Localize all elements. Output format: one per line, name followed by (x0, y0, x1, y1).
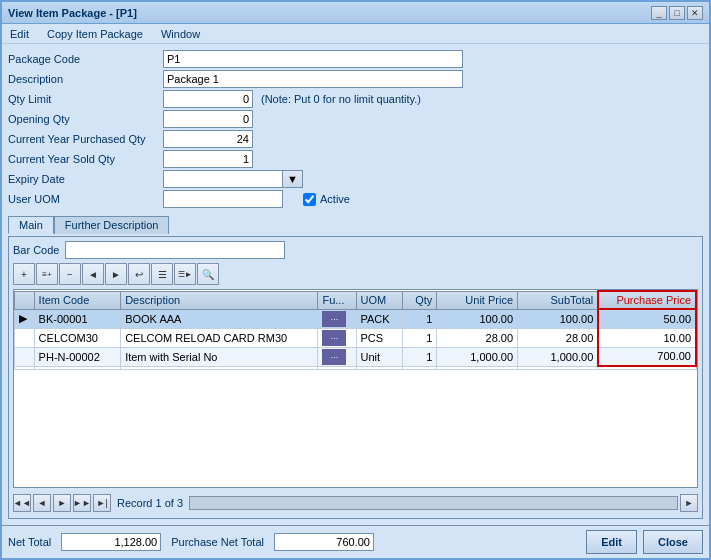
close-button[interactable]: ✕ (687, 6, 703, 20)
cell-item-code: BK-00001 (34, 309, 121, 328)
cell-qty: 1 (402, 309, 437, 328)
prev-button[interactable]: ◄ (82, 263, 104, 285)
row-indicator (15, 328, 35, 347)
menu-copy-item-package[interactable]: Copy Item Package (43, 27, 147, 41)
row-indicator: ▶ (15, 309, 35, 328)
current-year-purchased-input[interactable] (163, 130, 253, 148)
cell-uom: Unit (356, 347, 402, 366)
tabs-container: Main Further Description (8, 216, 703, 234)
grid-container[interactable]: Item Code Description Fu... UOM Qty Unit… (13, 289, 698, 488)
col-header-description[interactable]: Description (121, 291, 318, 309)
purchase-net-total-label: Purchase Net Total (171, 536, 264, 548)
cell-fu: ··· (318, 309, 356, 328)
window-title: View Item Package - [P1] (8, 7, 137, 19)
content-area: Package Code Description Qty Limit (Note… (2, 44, 709, 525)
horizontal-scrollbar[interactable] (189, 496, 678, 510)
nav-next-button[interactable]: ► (53, 494, 71, 512)
cell-description: BOOK AAA (121, 309, 318, 328)
expiry-date-label: Expiry Date (8, 173, 163, 185)
col-header-arrow (15, 291, 35, 309)
barcode-row: Bar Code (13, 241, 698, 259)
table-row[interactable]: ▶ BK-00001 BOOK AAA ··· PACK 1 100.00 10… (15, 309, 697, 328)
expiry-date-input[interactable] (163, 170, 283, 188)
cell-description: Item with Serial No (121, 347, 318, 366)
user-uom-label: User UOM (8, 193, 163, 205)
barcode-input[interactable] (65, 241, 285, 259)
current-year-sold-input[interactable] (163, 150, 253, 168)
expiry-date-picker-button[interactable]: ▼ (283, 170, 303, 188)
add-button[interactable]: + (13, 263, 35, 285)
fu-button[interactable]: ··· (322, 349, 346, 365)
grid-wrapper: Item Code Description Fu... UOM Qty Unit… (13, 289, 698, 514)
description-label: Description (8, 73, 163, 85)
minimize-button[interactable]: _ (651, 6, 667, 20)
undo-button[interactable]: ↩ (128, 263, 150, 285)
opening-qty-input[interactable] (163, 110, 253, 128)
title-buttons: _ □ ✕ (651, 6, 703, 20)
cell-unit-price: 1,000.00 (437, 347, 518, 366)
current-year-sold-row: Current Year Sold Qty (8, 150, 703, 168)
table-row[interactable]: PH-N-00002 Item with Serial No ··· Unit … (15, 347, 697, 366)
nav-first-button[interactable]: ◄◄ (13, 494, 31, 512)
close-button[interactable]: Close (643, 530, 703, 554)
cell-purchase-price: 700.00 (598, 347, 696, 366)
col-header-item-code[interactable]: Item Code (34, 291, 121, 309)
cell-qty: 1 (402, 328, 437, 347)
cell-uom: PCS (356, 328, 402, 347)
package-code-row: Package Code (8, 50, 703, 68)
cell-item-code: PH-N-00002 (34, 347, 121, 366)
qty-limit-label: Qty Limit (8, 93, 163, 105)
col-header-uom[interactable]: UOM (356, 291, 402, 309)
grid-body: ▶ BK-00001 BOOK AAA ··· PACK 1 100.00 10… (15, 309, 697, 370)
description-row: Description (8, 70, 703, 88)
next-button[interactable]: ► (105, 263, 127, 285)
cell-purchase-price: 10.00 (598, 328, 696, 347)
search-button[interactable]: 🔍 (197, 263, 219, 285)
cell-description: CELCOM RELOAD CARD RM30 (121, 328, 318, 347)
add-line-button[interactable]: ≡+ (36, 263, 58, 285)
list-button[interactable]: ☰ (151, 263, 173, 285)
description-input[interactable] (163, 70, 463, 88)
purchase-net-total-value (274, 533, 374, 551)
menu-bar: Edit Copy Item Package Window (2, 24, 709, 44)
edit-button[interactable]: Edit (586, 530, 637, 554)
col-header-subtotal[interactable]: SubTotal (518, 291, 599, 309)
active-checkbox[interactable] (303, 193, 316, 206)
barcode-label: Bar Code (13, 244, 59, 256)
cell-uom: PACK (356, 309, 402, 328)
qty-limit-input[interactable] (163, 90, 253, 108)
opening-qty-row: Opening Qty (8, 110, 703, 128)
nav-scroll-right-button[interactable]: ► (680, 494, 698, 512)
cell-qty: 1 (402, 347, 437, 366)
delete-button[interactable]: − (59, 263, 81, 285)
cell-unit-price: 100.00 (437, 309, 518, 328)
col-header-qty[interactable]: Qty (402, 291, 437, 309)
cell-item-code: CELCOM30 (34, 328, 121, 347)
main-window: View Item Package - [P1] _ □ ✕ Edit Copy… (0, 0, 711, 560)
current-year-sold-label: Current Year Sold Qty (8, 153, 163, 165)
tab-main[interactable]: Main (8, 216, 54, 234)
menu-edit[interactable]: Edit (6, 27, 33, 41)
menu-window[interactable]: Window (157, 27, 204, 41)
cell-purchase-price: 50.00 (598, 309, 696, 328)
col-header-unit-price[interactable]: Unit Price (437, 291, 518, 309)
navigation-bar: ◄◄ ◄ ► ►► ►| Record 1 of 3 ► (13, 492, 698, 514)
package-code-input[interactable] (163, 50, 463, 68)
grid-header: Item Code Description Fu... UOM Qty Unit… (15, 291, 697, 309)
col-header-fu[interactable]: Fu... (318, 291, 356, 309)
table-row[interactable]: CELCOM30 CELCOM RELOAD CARD RM30 ··· PCS… (15, 328, 697, 347)
nav-end-button[interactable]: ►| (93, 494, 111, 512)
record-count-label: Record 1 of 3 (117, 497, 183, 509)
fu-button[interactable]: ··· (322, 330, 346, 346)
user-uom-input[interactable] (163, 190, 283, 208)
col-header-purchase-price[interactable]: Purchase Price (598, 291, 696, 309)
grid-toolbar: + ≡+ − ◄ ► ↩ ☰ ☰► 🔍 (13, 263, 698, 285)
tab-content-main: Bar Code + ≡+ − ◄ ► ↩ ☰ ☰► 🔍 (8, 236, 703, 519)
nav-last-button[interactable]: ►► (73, 494, 91, 512)
nav-prev-button[interactable]: ◄ (33, 494, 51, 512)
list-right-button[interactable]: ☰► (174, 263, 196, 285)
tab-further-description[interactable]: Further Description (54, 216, 170, 234)
fu-button[interactable]: ··· (322, 311, 346, 327)
maximize-button[interactable]: □ (669, 6, 685, 20)
cell-subtotal: 1,000.00 (518, 347, 599, 366)
